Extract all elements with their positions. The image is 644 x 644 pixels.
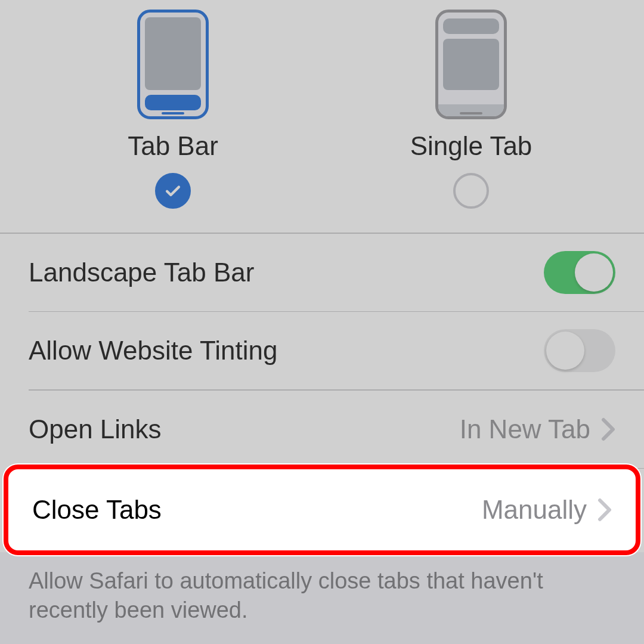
row-value: Manually — [482, 495, 587, 525]
tab-style-label: Single Tab — [410, 131, 532, 161]
row-close-tabs[interactable]: Close Tabs Manually — [4, 465, 640, 555]
phone-preview-tab-bar-icon — [137, 10, 209, 119]
section-footer: Allow Safari to automatically close tabs… — [0, 552, 644, 626]
chevron-right-icon — [597, 498, 612, 522]
row-value: In New Tab — [460, 414, 590, 444]
tab-style-option-tab-bar[interactable]: Tab Bar — [83, 33, 262, 209]
switch-landscape-tab-bar[interactable] — [544, 251, 615, 294]
row-open-links[interactable]: Open Links In New Tab — [0, 391, 644, 468]
row-label: Open Links — [29, 414, 162, 444]
tab-style-label: Tab Bar — [128, 131, 218, 161]
chevron-right-icon — [601, 417, 615, 441]
tab-style-picker: Tab Bar Single Tab — [0, 0, 644, 233]
switch-knob — [575, 253, 613, 292]
radio-unselected-icon[interactable] — [453, 173, 489, 209]
row-label: Close Tabs — [32, 495, 482, 525]
switch-knob — [546, 332, 584, 370]
radio-selected-icon[interactable] — [155, 173, 191, 209]
row-label: Allow Website Tinting — [29, 336, 277, 366]
phone-preview-single-tab-icon — [435, 10, 507, 119]
tab-style-option-single-tab[interactable]: Single Tab — [382, 33, 561, 209]
row-landscape-tab-bar[interactable]: Landscape Tab Bar — [0, 234, 644, 311]
row-allow-website-tinting[interactable]: Allow Website Tinting — [0, 312, 644, 389]
switch-allow-website-tinting[interactable] — [544, 329, 615, 372]
row-label: Landscape Tab Bar — [29, 258, 254, 287]
